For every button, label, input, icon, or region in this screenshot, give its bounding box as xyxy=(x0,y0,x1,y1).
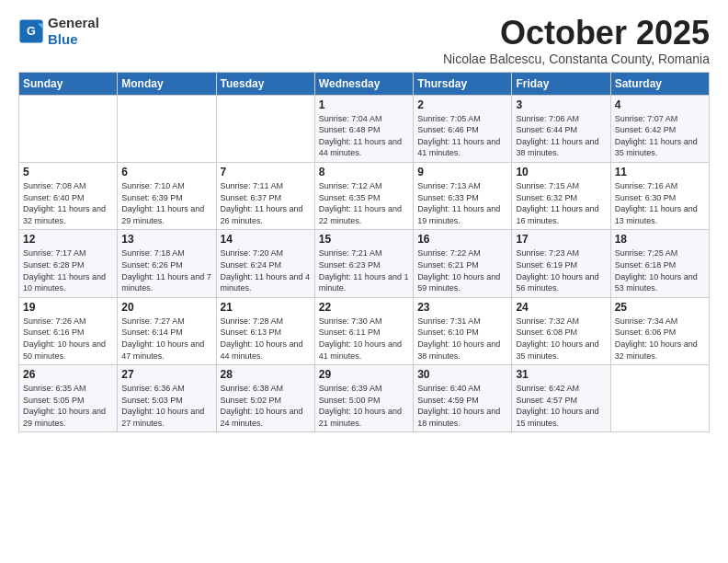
day-info: Sunrise: 7:16 AM Sunset: 6:30 PM Dayligh… xyxy=(615,181,698,225)
day-number: 24 xyxy=(516,301,606,314)
col-header-wednesday: Wednesday xyxy=(314,72,413,95)
day-number: 9 xyxy=(417,166,507,178)
logo-text: General Blue xyxy=(48,15,99,48)
day-cell: 19Sunrise: 7:26 AM Sunset: 6:16 PM Dayli… xyxy=(19,297,118,364)
day-info: Sunrise: 7:26 AM Sunset: 6:16 PM Dayligh… xyxy=(23,316,106,361)
week-row-1: 1Sunrise: 7:04 AM Sunset: 6:48 PM Daylig… xyxy=(19,95,710,162)
day-number: 4 xyxy=(615,98,705,111)
day-cell: 23Sunrise: 7:31 AM Sunset: 6:10 PM Dayli… xyxy=(414,297,512,364)
day-cell: 11Sunrise: 7:16 AM Sunset: 6:30 PM Dayli… xyxy=(610,162,709,229)
header: G General Blue October 2025 Nicolae Balc… xyxy=(18,15,710,66)
day-cell: 24Sunrise: 7:32 AM Sunset: 6:08 PM Dayli… xyxy=(512,297,610,364)
day-cell xyxy=(216,95,314,162)
day-cell: 31Sunrise: 6:42 AM Sunset: 4:57 PM Dayli… xyxy=(512,365,610,432)
day-number: 5 xyxy=(23,166,113,178)
day-info: Sunrise: 7:08 AM Sunset: 6:40 PM Dayligh… xyxy=(23,181,106,225)
day-cell: 27Sunrise: 6:36 AM Sunset: 5:03 PM Dayli… xyxy=(118,365,216,432)
day-info: Sunrise: 7:13 AM Sunset: 6:33 PM Dayligh… xyxy=(417,181,500,225)
day-info: Sunrise: 7:12 AM Sunset: 6:35 PM Dayligh… xyxy=(319,181,402,225)
day-cell: 5Sunrise: 7:08 AM Sunset: 6:40 PM Daylig… xyxy=(19,162,118,229)
day-cell: 25Sunrise: 7:34 AM Sunset: 6:06 PM Dayli… xyxy=(610,297,709,364)
day-info: Sunrise: 7:04 AM Sunset: 6:48 PM Dayligh… xyxy=(319,114,402,158)
day-info: Sunrise: 7:06 AM Sunset: 6:44 PM Dayligh… xyxy=(516,114,598,158)
day-info: Sunrise: 7:23 AM Sunset: 6:19 PM Dayligh… xyxy=(516,248,598,293)
day-info: Sunrise: 7:27 AM Sunset: 6:14 PM Dayligh… xyxy=(121,316,204,361)
day-info: Sunrise: 7:11 AM Sunset: 6:37 PM Dayligh… xyxy=(221,181,303,225)
day-number: 28 xyxy=(221,368,311,381)
day-number: 31 xyxy=(516,368,606,381)
day-info: Sunrise: 7:10 AM Sunset: 6:39 PM Dayligh… xyxy=(121,181,204,225)
day-cell: 29Sunrise: 6:39 AM Sunset: 5:00 PM Dayli… xyxy=(314,365,413,432)
day-number: 21 xyxy=(221,301,311,314)
day-cell xyxy=(118,95,216,162)
day-cell: 13Sunrise: 7:18 AM Sunset: 6:26 PM Dayli… xyxy=(118,230,216,297)
day-cell: 1Sunrise: 7:04 AM Sunset: 6:48 PM Daylig… xyxy=(314,95,413,162)
day-number: 25 xyxy=(615,301,705,314)
day-number: 30 xyxy=(417,368,507,381)
day-number: 18 xyxy=(615,233,705,246)
day-info: Sunrise: 7:22 AM Sunset: 6:21 PM Dayligh… xyxy=(417,248,500,293)
calendar: SundayMondayTuesdayWednesdayThursdayFrid… xyxy=(18,72,710,433)
logo-blue-text: Blue xyxy=(48,31,78,47)
day-cell: 3Sunrise: 7:06 AM Sunset: 6:44 PM Daylig… xyxy=(512,95,610,162)
day-number: 11 xyxy=(615,166,705,178)
day-cell: 18Sunrise: 7:25 AM Sunset: 6:18 PM Dayli… xyxy=(610,230,709,297)
day-number: 1 xyxy=(319,98,409,111)
day-info: Sunrise: 7:21 AM Sunset: 6:23 PM Dayligh… xyxy=(319,248,409,293)
week-row-5: 26Sunrise: 6:35 AM Sunset: 5:05 PM Dayli… xyxy=(19,365,710,432)
day-number: 26 xyxy=(23,368,113,381)
day-number: 16 xyxy=(417,233,507,246)
calendar-header-row: SundayMondayTuesdayWednesdayThursdayFrid… xyxy=(19,72,710,95)
day-cell: 15Sunrise: 7:21 AM Sunset: 6:23 PM Dayli… xyxy=(314,230,413,297)
day-cell: 12Sunrise: 7:17 AM Sunset: 6:28 PM Dayli… xyxy=(19,230,118,297)
day-number: 8 xyxy=(319,166,409,178)
day-number: 3 xyxy=(516,98,606,111)
day-number: 12 xyxy=(23,233,113,246)
day-info: Sunrise: 7:17 AM Sunset: 6:28 PM Dayligh… xyxy=(23,248,106,293)
day-cell: 16Sunrise: 7:22 AM Sunset: 6:21 PM Dayli… xyxy=(414,230,512,297)
col-header-tuesday: Tuesday xyxy=(216,72,314,95)
day-info: Sunrise: 7:20 AM Sunset: 6:24 PM Dayligh… xyxy=(221,248,311,293)
day-cell: 6Sunrise: 7:10 AM Sunset: 6:39 PM Daylig… xyxy=(118,162,216,229)
col-header-sunday: Sunday xyxy=(19,72,118,95)
day-cell: 20Sunrise: 7:27 AM Sunset: 6:14 PM Dayli… xyxy=(118,297,216,364)
title-block: October 2025 Nicolae Balcescu, Constanta… xyxy=(443,15,710,66)
day-number: 2 xyxy=(417,98,507,111)
day-cell: 14Sunrise: 7:20 AM Sunset: 6:24 PM Dayli… xyxy=(216,230,314,297)
day-info: Sunrise: 7:25 AM Sunset: 6:18 PM Dayligh… xyxy=(615,248,698,293)
logo-icon: G xyxy=(18,18,44,44)
day-cell xyxy=(610,365,709,432)
day-info: Sunrise: 7:28 AM Sunset: 6:13 PM Dayligh… xyxy=(221,316,303,361)
day-info: Sunrise: 7:31 AM Sunset: 6:10 PM Dayligh… xyxy=(417,316,500,361)
day-number: 17 xyxy=(516,233,606,246)
day-number: 19 xyxy=(23,301,113,314)
day-info: Sunrise: 7:18 AM Sunset: 6:26 PM Dayligh… xyxy=(121,248,211,293)
day-cell xyxy=(19,95,118,162)
logo: G General Blue xyxy=(18,15,99,48)
day-cell: 9Sunrise: 7:13 AM Sunset: 6:33 PM Daylig… xyxy=(414,162,512,229)
day-number: 27 xyxy=(121,368,211,381)
day-number: 6 xyxy=(121,166,211,178)
day-cell: 7Sunrise: 7:11 AM Sunset: 6:37 PM Daylig… xyxy=(216,162,314,229)
day-cell: 17Sunrise: 7:23 AM Sunset: 6:19 PM Dayli… xyxy=(512,230,610,297)
day-number: 22 xyxy=(319,301,409,314)
day-cell: 26Sunrise: 6:35 AM Sunset: 5:05 PM Dayli… xyxy=(19,365,118,432)
day-info: Sunrise: 7:34 AM Sunset: 6:06 PM Dayligh… xyxy=(615,316,698,361)
day-info: Sunrise: 6:36 AM Sunset: 5:03 PM Dayligh… xyxy=(121,384,204,428)
day-info: Sunrise: 6:40 AM Sunset: 4:59 PM Dayligh… xyxy=(417,384,500,428)
day-cell: 8Sunrise: 7:12 AM Sunset: 6:35 PM Daylig… xyxy=(314,162,413,229)
day-info: Sunrise: 7:07 AM Sunset: 6:42 PM Dayligh… xyxy=(615,114,698,158)
day-number: 20 xyxy=(121,301,211,314)
logo-general-text: General xyxy=(48,15,99,30)
page: G General Blue October 2025 Nicolae Balc… xyxy=(0,0,728,442)
week-row-3: 12Sunrise: 7:17 AM Sunset: 6:28 PM Dayli… xyxy=(19,230,710,297)
col-header-monday: Monday xyxy=(118,72,216,95)
col-header-friday: Friday xyxy=(512,72,610,95)
day-info: Sunrise: 7:15 AM Sunset: 6:32 PM Dayligh… xyxy=(516,181,598,225)
week-row-2: 5Sunrise: 7:08 AM Sunset: 6:40 PM Daylig… xyxy=(19,162,710,229)
day-cell: 10Sunrise: 7:15 AM Sunset: 6:32 PM Dayli… xyxy=(512,162,610,229)
day-number: 15 xyxy=(319,233,409,246)
subtitle: Nicolae Balcescu, Constanta County, Roma… xyxy=(443,52,710,66)
day-info: Sunrise: 7:30 AM Sunset: 6:11 PM Dayligh… xyxy=(319,316,402,361)
day-cell: 22Sunrise: 7:30 AM Sunset: 6:11 PM Dayli… xyxy=(314,297,413,364)
